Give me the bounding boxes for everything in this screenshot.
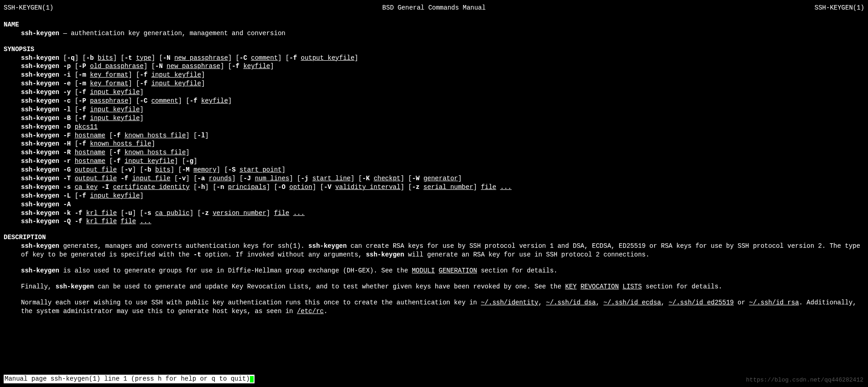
header-right: SSH-KEYGEN(1) <box>815 4 864 12</box>
syn-line-16: ssh-keygen -s ca_key -I certificate_iden… <box>21 183 864 192</box>
synopsis-body: ssh-keygen [-q] [-b bits] [-t type] [-N … <box>21 54 864 226</box>
syn-line-10: ssh-keygen -F hostname [-f known_hosts_f… <box>21 131 864 140</box>
desc-p2: ssh-keygen is also used to generate grou… <box>21 267 864 275</box>
syn-line-14: ssh-keygen -G output_file [-v] [-b bits]… <box>21 166 864 174</box>
name-cmd: ssh-keygen <box>21 30 59 37</box>
syn-line-4: ssh-keygen -e [-m key_format] [-f input_… <box>21 79 864 88</box>
header-center: BSD General Commands Manual <box>382 4 486 12</box>
syn-line-3: ssh-keygen -i [-m key_format] [-f input_… <box>21 71 864 79</box>
syn-line-18: ssh-keygen -A <box>21 200 864 209</box>
section-name-title: NAME <box>4 21 864 29</box>
desc-p4: Normally each user wishing to use SSH wi… <box>21 298 864 316</box>
cursor-icon <box>250 376 254 382</box>
syn-line-8: ssh-keygen -B [-f input_keyfile] <box>21 114 864 123</box>
syn-line-12: ssh-keygen -R hostname [-f known_hosts_f… <box>21 148 864 157</box>
syn-line-6: ssh-keygen -c [-P passphrase] [-C commen… <box>21 97 864 105</box>
syn-line-15: ssh-keygen -T output_file -f input_file … <box>21 174 864 183</box>
syn-line-1: ssh-keygen [-q] [-b bits] [-t type] [-N … <box>21 54 864 63</box>
syn-line-9: ssh-keygen -D pkcs11 <box>21 123 864 131</box>
syn-line-2: ssh-keygen -p [-P old_passphrase] [-N ne… <box>21 62 864 71</box>
syn-line-5: ssh-keygen -y [-f input_keyfile] <box>21 88 864 97</box>
syn-line-19: ssh-keygen -k -f krl_file [-u] [-s ca_pu… <box>21 209 864 218</box>
desc-p3: Finally, ssh-keygen can be used to gener… <box>21 282 864 291</box>
syn-line-17: ssh-keygen -L [-f input_keyfile] <box>21 192 864 200</box>
syn-line-20: ssh-keygen -Q -f krl_file file ... <box>21 217 864 226</box>
watermark-text: https://blog.csdn.net/qq446282412 <box>746 376 863 384</box>
pager-status-bar[interactable]: Manual page ssh-keygen(1) line 1 (press … <box>4 375 255 383</box>
syn-line-7: ssh-keygen -l [-f input_keyfile] <box>21 105 864 114</box>
syn-line-11: ssh-keygen -H [-f known_hosts_file] <box>21 140 864 148</box>
description-body: ssh-keygen generates, manages and conver… <box>21 242 864 315</box>
manpage-header: SSH-KEYGEN(1) BSD General Commands Manua… <box>4 4 864 12</box>
section-name-body: ssh-keygen — authentication key generati… <box>21 29 864 38</box>
desc-p1: ssh-keygen generates, manages and conver… <box>21 242 864 259</box>
section-synopsis-title: SYNOPSIS <box>4 45 864 54</box>
syn-line-13: ssh-keygen -r hostname [-f input_keyfile… <box>21 157 864 166</box>
name-desc: — authentication key generation, managem… <box>59 30 286 37</box>
section-description-title: DESCRIPTION <box>4 233 864 242</box>
header-left: SSH-KEYGEN(1) <box>4 4 53 12</box>
pager-status-text: Manual page ssh-keygen(1) line 1 (press … <box>5 375 250 383</box>
